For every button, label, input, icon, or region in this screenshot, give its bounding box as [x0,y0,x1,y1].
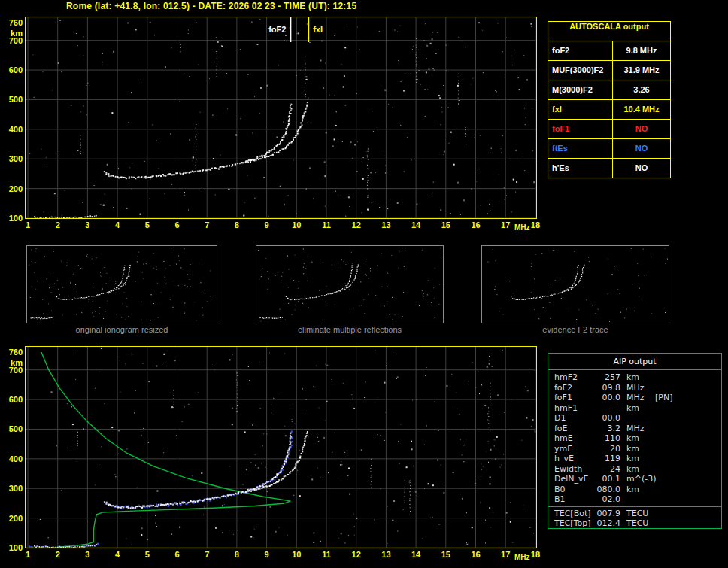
x-tick-label-top: 3 [79,220,96,229]
autoscala-table-rows: foF29.8 MHzMUF(3000)F231.9 MHzM(3000)F23… [548,41,670,178]
x-tick-label-bottom: 8 [229,550,245,559]
parameter-label: foF2 [554,383,572,393]
parameter-unit: m^(-3) [626,474,656,484]
aip-row-hmE: hmE110km [548,433,721,444]
y-tick-label-bottom: 300 [3,484,23,493]
parameter-label: fxI [548,100,613,119]
y-tick-label-top: 760 [3,18,23,27]
x-tick-label-bottom: 14 [408,550,424,559]
thumbnail-caption-eliminate: eliminate multiple reflections [256,325,444,334]
ionogram-plot-top: foF2fxI [25,17,537,219]
fxI-marker-label: fxI [313,25,323,34]
parameter-unit: km [626,464,639,475]
parameter-value: --- [590,403,620,414]
trace-f2-extraordinary [246,431,308,493]
parameter-value: 3.2 [590,424,620,434]
y-tick-label-bottom: 400 [3,454,23,463]
parameter-note: [PN] [655,393,672,403]
aip-row-D1: D100.0 [548,413,721,424]
parameter-value: 257 [590,372,620,383]
parameter-label: ymE [554,444,572,454]
thumbnail-eliminate-reflections [256,245,444,323]
parameter-unit: MHz [626,383,645,393]
parameter-unit: TECU [626,509,648,519]
parameter-value: 10.4 MHz [613,100,670,119]
parameter-label: TEC[Bot] [554,509,591,519]
aip-row-DelN_vE: DelN_vE00.1m^(-3) [548,474,721,484]
x-tick-label-bottom: 16 [468,550,484,559]
x-tick-label-bottom: 15 [438,550,454,559]
foF2-marker-label: foF2 [268,25,286,34]
grid-lines [26,17,536,218]
ionogram-canvas-bottom [25,346,537,548]
parameter-value: 20 [590,444,620,454]
station-date-time-title: Rome (lat: +41.8, lon: 012.5) - DATE: 20… [66,1,356,11]
aip-table-title: AIP output [548,354,721,370]
trace-fitted-f2 [106,430,293,509]
aip-row-h_vE: h_vE119km [548,454,721,464]
parameter-unit: km [626,444,639,454]
thumbnail-content [29,248,211,321]
parameter-label: D1 [554,413,566,424]
thumbnail-original-canvas [27,246,217,323]
parameter-label: TEC[Top] [554,518,591,529]
y-tick-label-bottom: 500 [3,424,23,433]
parameter-label: foE [554,424,568,434]
parameter-label: DelN_vE [554,474,588,484]
parameter-unit: km [626,484,639,495]
parameter-label: h'Es [548,159,613,178]
thumbnail-evidence-f2 [481,245,669,323]
x-tick-label-bottom: 17 [497,550,514,559]
autoscala-table-title: AUTOSCALA output [548,22,670,41]
x-tick-label-bottom: 6 [169,550,186,559]
x-axis-unit-label-bottom: MHz [514,553,530,561]
parameter-label: MUF(3000)F2 [548,61,613,80]
thumbnail-caption-original: original ionogram resized [26,325,217,334]
aip-row-TEC[Top]: TEC[Top]012.4TECU [548,518,721,529]
parameter-value: 110 [590,433,620,444]
x-tick-label-bottom: 2 [50,550,66,559]
ionogram-canvas-top: foF2fxI [25,17,537,219]
parameter-value: NO [613,159,670,178]
aip-row-B0: B0080.0km [548,484,721,495]
parameter-value: 02.0 [590,494,620,505]
y-axis-unit-label-top: km [3,29,23,38]
y-tick-label-bottom: 200 [3,514,23,523]
autoscala-row-h'Es: h'EsNO [548,158,670,178]
parameter-value: 9.8 MHz [613,41,670,60]
aip-row-B1: B102.0 [548,494,721,505]
x-tick-label-top: 13 [378,220,394,229]
noise-speckle [29,19,535,216]
x-tick-label-top: 8 [229,220,245,229]
autoscala-row-foF1: foF1NO [548,119,670,138]
y-tick-label-top: 300 [3,154,23,163]
x-tick-label-top: 11 [318,220,335,229]
aip-row-foE: foE3.2MHz [548,424,721,434]
x-axis-unit-label-top: MHz [514,223,530,232]
trace-f2-ordinary [104,104,293,180]
parameter-label: foF1 [554,393,572,403]
x-tick-label-top: 6 [169,220,186,229]
y-tick-label-top: 100 [3,214,23,223]
y-tick-label-bottom: 100 [3,543,23,552]
x-tick-label-top: 10 [288,220,305,229]
parameter-label: ftEs [548,139,613,158]
y-tick-label-top: 200 [3,184,23,193]
aip-row-hmF1: hmF1---km [548,403,721,414]
x-tick-label-bottom: 11 [318,550,335,559]
parameter-value: 012.4 [590,518,620,529]
parameter-value: 31.9 MHz [613,61,670,80]
parameter-label: M(3000)F2 [548,80,613,99]
parameter-value: 119 [590,454,620,464]
thumbnail-caption-evidence: evidence F2 trace [481,325,669,334]
x-tick-label-top: 12 [348,220,365,229]
parameter-label: B0 [554,484,566,495]
aip-row-foF1: foF100.0MHz[PN] [548,393,721,403]
autoscala-row-MUF(3000)F2: MUF(3000)F231.9 MHz [548,60,670,80]
thumbnail-original-ionogram [26,245,217,323]
parameter-value: 09.8 [590,383,620,393]
parameter-unit: MHz [626,424,645,434]
y-tick-label-top: 400 [3,125,23,134]
x-tick-label-bottom: 7 [199,550,215,559]
parameter-label: h_vE [554,454,574,464]
